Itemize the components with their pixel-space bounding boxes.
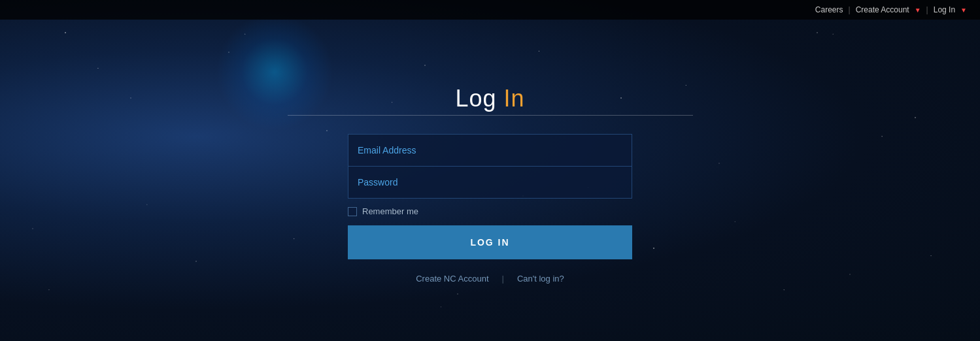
- remember-label[interactable]: Remember me: [362, 206, 418, 216]
- careers-link[interactable]: Careers: [815, 5, 843, 14]
- email-input[interactable]: [348, 134, 632, 166]
- create-account-arrow-icon: ▼: [915, 7, 921, 14]
- remember-row: Remember me: [348, 206, 632, 216]
- title-text-part1: Log: [455, 85, 503, 112]
- separator-2: |: [926, 5, 928, 14]
- bottom-separator: |: [502, 274, 504, 284]
- topbar: Careers | Create Account ▼ | Log In ▼: [0, 0, 980, 20]
- title-divider: [288, 115, 693, 116]
- title-text-part2: In: [504, 85, 525, 112]
- password-input[interactable]: [348, 166, 632, 199]
- main-content: Log In Remember me LOG IN Create NC Acco…: [0, 20, 980, 341]
- remember-checkbox[interactable]: [348, 207, 357, 216]
- page-title: Log In: [455, 85, 524, 112]
- bottom-links: Create NC Account | Can't log in?: [416, 274, 564, 284]
- cant-login-link[interactable]: Can't log in?: [517, 274, 564, 284]
- login-button[interactable]: LOG IN: [348, 225, 632, 259]
- login-nav-link[interactable]: Log In: [934, 5, 955, 14]
- separator-1: |: [849, 5, 851, 14]
- login-arrow-icon: ▼: [960, 7, 967, 14]
- create-nc-account-link[interactable]: Create NC Account: [416, 274, 488, 284]
- login-form: Remember me LOG IN: [348, 134, 632, 259]
- create-account-link[interactable]: Create Account: [856, 5, 909, 14]
